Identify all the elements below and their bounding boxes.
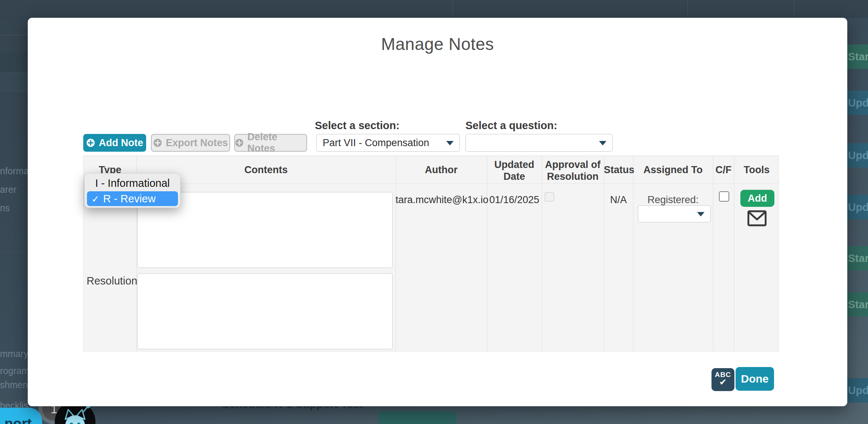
sidebar-item-fragment: arer bbox=[0, 184, 16, 195]
column-header-updated-date: Updated Date bbox=[487, 159, 542, 182]
background-update-button[interactable]: Upda bbox=[846, 378, 868, 403]
delete-notes-button[interactable]: Delete Notes bbox=[234, 134, 307, 152]
background-update-button[interactable]: Upda bbox=[846, 195, 868, 219]
column-header-tools: Tools bbox=[734, 164, 779, 176]
background-topbar bbox=[0, 0, 868, 18]
screen: nforma arer ns mmary rogram shment heckl… bbox=[0, 0, 868, 424]
cf-checkbox[interactable] bbox=[719, 191, 729, 202]
column-header-approval: Approval of Resolution bbox=[542, 159, 604, 182]
author-cell: tara.mcwhite@k1x.io bbox=[396, 194, 487, 206]
divider bbox=[452, 0, 453, 18]
updated-date-cell: 01/16/2025 bbox=[487, 194, 542, 206]
background-sidebar-row bbox=[0, 73, 30, 91]
divider bbox=[604, 156, 604, 352]
type-dropdown-menu: I - Informational ✓R - Review bbox=[84, 173, 181, 208]
divider bbox=[713, 156, 713, 352]
section-select[interactable]: Part VII - Compensation bbox=[316, 134, 460, 152]
sidebar-item-fragment: rogram bbox=[0, 366, 29, 376]
section-select-value: Part VII - Compensation bbox=[323, 137, 429, 148]
divider bbox=[687, 0, 688, 18]
page-title: Manage Notes bbox=[28, 34, 847, 54]
section-select-label: Select a section: bbox=[315, 120, 400, 132]
background-sidebar-row bbox=[0, 53, 30, 73]
plus-circle-icon bbox=[86, 138, 95, 147]
add-note-label: Add Note bbox=[99, 137, 143, 149]
delete-notes-label: Delete Notes bbox=[247, 131, 306, 154]
assigned-to-label: Registered: bbox=[633, 194, 713, 206]
resolution-label: Resolution: bbox=[87, 275, 135, 287]
divider bbox=[396, 156, 396, 352]
menu-item-review-selected[interactable]: ✓R - Review bbox=[87, 191, 178, 206]
sidebar-item-fragment: mmary bbox=[0, 349, 28, 359]
assigned-to-select[interactable] bbox=[638, 205, 711, 222]
manage-notes-modal: Manage Notes Select a section: Select a … bbox=[28, 18, 847, 406]
export-notes-button[interactable]: Export Notes bbox=[151, 134, 230, 152]
divider bbox=[542, 156, 542, 352]
divider bbox=[794, 0, 794, 18]
status-cell: N/A bbox=[604, 194, 633, 206]
add-assignee-button[interactable]: Add bbox=[740, 190, 774, 207]
column-header-cf: C/F bbox=[713, 164, 734, 176]
background-update-button[interactable]: Upda bbox=[846, 91, 868, 115]
sidebar-item-fragment: ns bbox=[0, 203, 10, 213]
column-header-status: Status bbox=[604, 164, 633, 176]
column-header-assigned-to: Assigned To bbox=[633, 164, 713, 176]
approval-checkbox[interactable] bbox=[545, 192, 554, 202]
chevron-down-icon bbox=[446, 141, 454, 145]
sidebar-item-fragment: nforma bbox=[0, 166, 29, 176]
chevron-down-icon bbox=[697, 212, 704, 216]
divider bbox=[633, 156, 633, 352]
support-button[interactable]: port bbox=[0, 408, 42, 424]
divider bbox=[84, 184, 779, 184]
send-email-button[interactable] bbox=[747, 210, 767, 228]
spellcheck-check-icon: ✔ bbox=[711, 378, 734, 386]
background-footer-button[interactable] bbox=[378, 411, 457, 424]
notes-table: Type Contents Author Updated Date Approv… bbox=[83, 155, 779, 351]
divider bbox=[0, 35, 29, 35]
spellcheck-button[interactable]: ABC ✔ bbox=[711, 368, 734, 391]
sidebar-item-fragment: shment bbox=[0, 380, 30, 390]
divider bbox=[487, 156, 487, 352]
column-header-author: Author bbox=[396, 164, 487, 176]
menu-item-informational[interactable]: I - Informational bbox=[85, 175, 180, 191]
add-note-button[interactable]: Add Note bbox=[83, 134, 146, 152]
chevron-down-icon bbox=[599, 141, 606, 145]
done-button[interactable]: Done bbox=[736, 367, 774, 391]
plus-circle-icon bbox=[153, 138, 162, 147]
menu-item-review-label: R - Review bbox=[103, 193, 156, 205]
export-notes-label: Export Notes bbox=[166, 137, 228, 149]
question-select[interactable] bbox=[465, 134, 613, 152]
background-start-button[interactable]: Start bbox=[846, 246, 868, 270]
checkmark-icon: ✓ bbox=[91, 194, 100, 205]
divider bbox=[0, 252, 29, 252]
envelope-icon bbox=[747, 210, 767, 227]
divider bbox=[734, 156, 734, 352]
background-update-button[interactable]: Upda bbox=[846, 143, 868, 168]
plus-circle-icon bbox=[235, 138, 243, 147]
background-start-button[interactable]: Start bbox=[846, 44, 868, 69]
resolution-textarea[interactable] bbox=[137, 273, 393, 349]
question-select-label: Select a question: bbox=[465, 120, 557, 132]
background-start-button[interactable]: Start bbox=[846, 292, 868, 317]
